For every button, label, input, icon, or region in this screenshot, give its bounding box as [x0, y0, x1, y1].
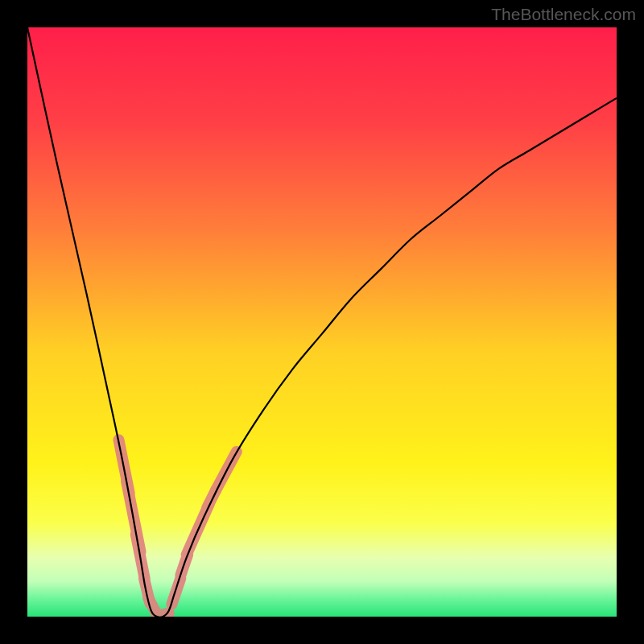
bottleneck-curve [27, 27, 617, 617]
chart-canvas [27, 27, 617, 617]
watermark-text: TheBottleneck.com [491, 5, 636, 24]
chart-frame [27, 27, 617, 617]
